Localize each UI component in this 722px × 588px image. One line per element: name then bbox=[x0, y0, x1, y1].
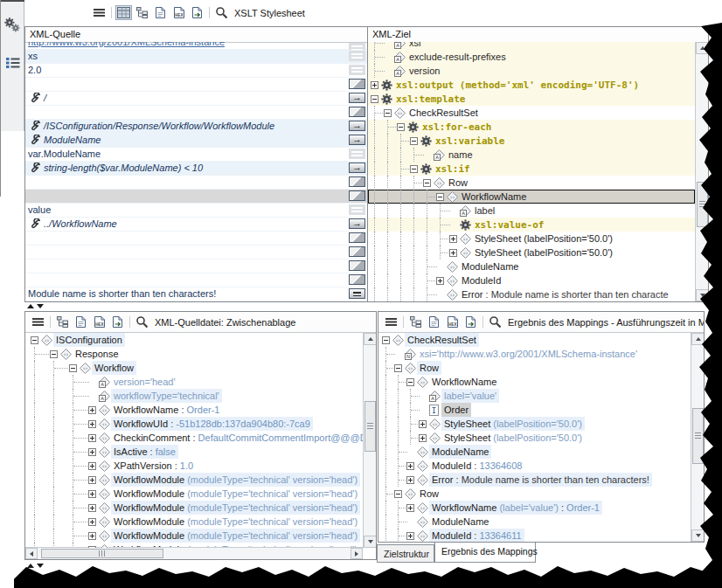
expand-icon[interactable] bbox=[88, 420, 96, 428]
hex-view-icon[interactable]: HEX bbox=[91, 315, 108, 329]
result-xml-row[interactable]: ‹›WorkflowName (label='value') : Order-1 bbox=[378, 501, 691, 515]
xslt-tree-row[interactable]: Aname bbox=[368, 148, 695, 162]
xpath-row[interactable]: ModuleName→ bbox=[25, 134, 367, 148]
xslt-tree-row[interactable]: ‹›ModuleId bbox=[368, 273, 695, 287]
collapse-icon[interactable] bbox=[423, 179, 431, 187]
collapse-icon[interactable] bbox=[394, 364, 402, 372]
scrollbar-thumb[interactable] bbox=[692, 408, 704, 464]
scroll-left-button[interactable] bbox=[25, 548, 38, 559]
expand-icon[interactable] bbox=[88, 546, 96, 549]
xpath-row[interactable] bbox=[25, 176, 367, 190]
collapse-icon[interactable] bbox=[69, 364, 77, 372]
empty-mapping-button[interactable] bbox=[349, 176, 365, 187]
expand-icon[interactable] bbox=[449, 249, 457, 257]
menu-icon[interactable] bbox=[30, 315, 46, 329]
target-vertical-scrollbar[interactable] bbox=[695, 42, 708, 301]
expand-icon[interactable] bbox=[88, 462, 96, 470]
xslt-tree-row[interactable]: xsl:output (method='xml' encoding='UTF-8… bbox=[368, 78, 695, 92]
bottom-splitter-collapse[interactable] bbox=[27, 564, 44, 568]
xslt-tree-row[interactable]: ‹›Row bbox=[368, 176, 695, 190]
xpath-row[interactable] bbox=[25, 232, 367, 246]
tree-view-icon[interactable] bbox=[134, 5, 150, 20]
expand-icon[interactable] bbox=[406, 462, 414, 470]
source-xml-row[interactable]: ‹›ISConfiguration bbox=[25, 333, 363, 347]
xpath-row[interactable]: value bbox=[25, 204, 367, 218]
xslt-tree-row[interactable]: Axsl bbox=[368, 42, 695, 50]
collapse-icon[interactable] bbox=[397, 123, 405, 131]
xpath-row[interactable] bbox=[25, 78, 367, 92]
source-xml-row[interactable]: ‹›Response bbox=[25, 347, 363, 361]
xslt-tree-row[interactable]: xsl:value-of bbox=[368, 218, 695, 232]
expand-icon[interactable] bbox=[88, 532, 96, 540]
xpath-row[interactable]: Module name is shorter than ten characte… bbox=[25, 287, 367, 301]
collapse-icon[interactable] bbox=[436, 193, 444, 201]
xslt-tree-row[interactable]: xsl:template bbox=[368, 92, 695, 106]
horizontal-splitter-collapse[interactable] bbox=[27, 304, 44, 308]
result-xml-row[interactable]: ‹›CheckResultSet bbox=[378, 333, 691, 347]
collapse-icon[interactable] bbox=[384, 109, 392, 117]
map-arrow-button[interactable]: → bbox=[349, 163, 365, 173]
result-xml-row[interactable]: ‹›StyleSheet (labelPosition='50.0') bbox=[378, 417, 691, 431]
xslt-tree-row[interactable]: ‹›StyleSheet (labelPosition='50.0') bbox=[368, 246, 695, 259]
xpath-row[interactable] bbox=[25, 190, 367, 204]
transform-document-icon[interactable] bbox=[109, 315, 126, 329]
collapse-icon[interactable] bbox=[406, 378, 414, 386]
xpath-row[interactable]: http://www.w3.org/2001/XMLSchema-instanc… bbox=[25, 42, 367, 50]
collapse-down-icon[interactable] bbox=[37, 304, 44, 308]
map-arrow-button[interactable]: → bbox=[349, 135, 365, 145]
xpath-row[interactable]: string-length($var.ModuleName) < 10→ bbox=[25, 162, 367, 176]
empty-mapping-button[interactable] bbox=[349, 107, 365, 117]
search-icon[interactable] bbox=[487, 315, 503, 329]
source-xml-row[interactable]: ‹›CheckinComment : DefaultCommitCommentI… bbox=[25, 431, 363, 445]
scroll-up-button[interactable] bbox=[691, 333, 705, 345]
tree-view-icon[interactable] bbox=[54, 315, 71, 329]
document-icon[interactable] bbox=[152, 5, 169, 20]
xslt-tree-row[interactable]: ‹›WorkflowName bbox=[368, 190, 695, 204]
xpath-row[interactable] bbox=[25, 106, 367, 120]
result-xml-row[interactable]: ‹›Row bbox=[378, 361, 691, 375]
grid-view-icon[interactable] bbox=[115, 5, 132, 20]
expand-icon[interactable] bbox=[406, 476, 414, 484]
result-xml-row[interactable]: ‹›ModuleId : 13364611 bbox=[378, 529, 691, 542]
source-file-vertical-scrollbar[interactable] bbox=[363, 333, 376, 548]
document-icon[interactable] bbox=[426, 315, 442, 329]
equals-mapping-button[interactable] bbox=[349, 149, 365, 159]
search-icon[interactable] bbox=[213, 5, 230, 20]
source-xml-row[interactable]: ‹›WorkflowName : Order-1 bbox=[25, 403, 363, 417]
hex-view-icon[interactable]: HEX bbox=[444, 315, 461, 329]
collapse-down-icon[interactable] bbox=[37, 564, 44, 568]
source-xml-row[interactable]: ‹›WorkflowModule (moduleType='technical'… bbox=[25, 529, 363, 543]
xpath-row[interactable] bbox=[25, 273, 367, 287]
scroll-down-button[interactable] bbox=[691, 529, 705, 542]
collapse-icon[interactable] bbox=[31, 336, 38, 344]
expand-icon[interactable] bbox=[406, 504, 414, 512]
scrollbar-thumb[interactable] bbox=[41, 549, 163, 558]
expand-icon[interactable] bbox=[88, 448, 96, 456]
map-arrow-button[interactable]: → bbox=[349, 218, 365, 229]
expand-icon[interactable] bbox=[449, 235, 457, 243]
empty-mapping-button[interactable] bbox=[349, 274, 365, 285]
source-xml-row[interactable]: Aversion='head' bbox=[25, 375, 363, 389]
menu-icon[interactable] bbox=[91, 5, 108, 20]
result-xml-row[interactable]: ‹›WorkflowName bbox=[378, 375, 691, 389]
tab-zielstruktur[interactable]: Zielstruktur bbox=[377, 544, 434, 563]
source-xml-row[interactable]: ‹›WorkflowModule (moduleType='technical'… bbox=[25, 501, 363, 515]
expand-icon[interactable] bbox=[88, 434, 96, 442]
source-xml-row[interactable]: ‹›WorkflowModule (moduleType='technical'… bbox=[25, 473, 363, 487]
collapse-icon[interactable] bbox=[371, 95, 378, 103]
collapse-icon[interactable] bbox=[382, 336, 390, 344]
xpath-row[interactable]: /→ bbox=[25, 92, 367, 106]
xpath-row[interactable]: xs bbox=[25, 50, 367, 64]
xslt-tree-row[interactable]: xsl:if bbox=[368, 162, 695, 176]
empty-mapping-button[interactable] bbox=[349, 232, 365, 243]
xpath-row[interactable]: 2.0 bbox=[25, 64, 367, 78]
result-xml-row[interactable]: ‹›ModuleName bbox=[378, 515, 691, 529]
xpath-row[interactable]: /ISConfiguration/Response/Workflow/Workf… bbox=[25, 120, 367, 134]
tree-view-icon[interactable] bbox=[407, 315, 424, 329]
search-icon[interactable] bbox=[134, 315, 150, 329]
transform-document-icon[interactable] bbox=[189, 5, 205, 20]
xpath-row[interactable] bbox=[25, 246, 367, 259]
collapse-up-icon[interactable] bbox=[27, 564, 34, 568]
xpath-row[interactable]: var.ModuleName bbox=[25, 148, 367, 162]
equals-mapping-button[interactable] bbox=[349, 51, 365, 61]
